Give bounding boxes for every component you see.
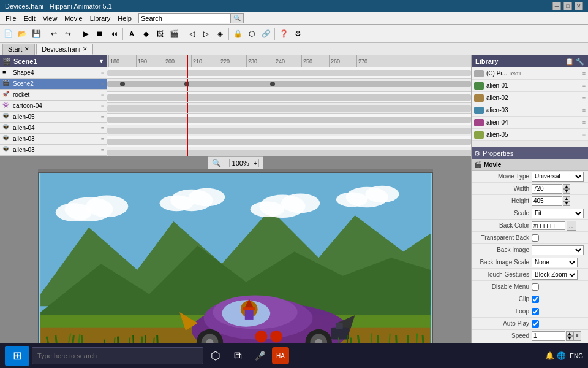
menu-help[interactable]: Help: [115, 14, 135, 23]
open-button[interactable]: 📂: [15, 27, 29, 40]
lock-button[interactable]: 🔒: [231, 27, 244, 40]
settings-button[interactable]: ⚙: [291, 27, 304, 40]
scene-item-rocket[interactable]: 🚀 rocket ≡: [0, 90, 107, 101]
rocket-menu[interactable]: ≡: [101, 92, 104, 98]
lib-item-alien03[interactable]: alien-03 ≡: [472, 104, 588, 117]
speed-input[interactable]: [532, 331, 565, 341]
disablemenu-checkbox[interactable]: [532, 283, 539, 291]
scene-item-cartoon04[interactable]: 👾 cartoon-04 ≡: [0, 101, 107, 112]
rewind-button[interactable]: ⏮: [107, 27, 121, 40]
cartoon04-menu[interactable]: ≡: [101, 103, 104, 109]
zoom-plus[interactable]: +: [252, 159, 259, 167]
taskbar-icon-widgets[interactable]: ⬡: [206, 346, 225, 366]
alien03a-menu[interactable]: ≡: [101, 136, 104, 142]
touchgestures-select[interactable]: Block Zoom Allow All None: [532, 270, 578, 280]
lib-item-alien01[interactable]: alien-01 ≡: [472, 80, 588, 92]
play-button[interactable]: ▶: [79, 27, 92, 40]
lib-item-alien02[interactable]: alien-02 ≡: [472, 92, 588, 104]
zoom-minus[interactable]: -: [224, 159, 230, 167]
lib-item-menu-3[interactable]: ≡: [582, 107, 586, 113]
scene-item-alien03b[interactable]: 👽 alien-03 ≡: [0, 145, 107, 156]
link-button[interactable]: 🔗: [259, 27, 273, 40]
backimagescale-select[interactable]: None Fit Fill: [532, 258, 578, 267]
autoplay-checkbox[interactable]: [532, 320, 539, 328]
height-input[interactable]: [532, 196, 562, 206]
stage-canvas[interactable]: [38, 172, 433, 365]
text-tool[interactable]: A: [125, 27, 138, 40]
height-up[interactable]: ▲: [563, 196, 570, 201]
scene-item-alien05[interactable]: 👽 alien-05 ≡: [0, 112, 107, 123]
backcolor-btn[interactable]: ...: [567, 221, 576, 231]
shape-tool[interactable]: ◆: [139, 27, 153, 40]
lib-item-menu-2[interactable]: ≡: [582, 95, 586, 101]
lib-icon-1[interactable]: 📋: [565, 58, 574, 66]
animation-tool[interactable]: 🎬: [167, 27, 181, 40]
lib-item-menu-5[interactable]: ≡: [582, 132, 586, 138]
search-button[interactable]: 🔍: [230, 13, 244, 23]
new-button[interactable]: 📄: [1, 27, 15, 40]
menu-edit[interactable]: Edit: [21, 14, 39, 23]
taskbar-search[interactable]: [32, 347, 203, 364]
alien04-menu[interactable]: ≡: [101, 125, 104, 131]
playhead[interactable]: [187, 55, 188, 67]
menu-library[interactable]: Library: [87, 14, 114, 23]
speed-up[interactable]: ▲: [566, 331, 573, 336]
taskbar-icon-mic[interactable]: 🎤: [250, 346, 270, 366]
scene-item-alien03a[interactable]: 👽 alien-03 ≡: [0, 134, 107, 145]
width-input[interactable]: [532, 184, 562, 194]
scene-item-shape4[interactable]: ■ Shape4 ≡: [0, 67, 107, 79]
undo-button[interactable]: ↩: [47, 27, 61, 40]
shape4-menu[interactable]: ≡: [101, 70, 104, 76]
tray-icon-2[interactable]: 🌐: [557, 351, 566, 360]
width-down[interactable]: ▼: [563, 189, 570, 194]
height-down[interactable]: ▼: [563, 201, 570, 206]
scene2-menu[interactable]: ≡: [101, 81, 104, 87]
save-button[interactable]: 💾: [29, 27, 43, 40]
menu-file[interactable]: File: [2, 14, 20, 23]
scene-options[interactable]: ▼: [99, 58, 104, 64]
scene-item-alien04[interactable]: 👽 alien-04 ≡: [0, 123, 107, 134]
scene-item-scene2[interactable]: 🎬 Scene2 ≡: [0, 79, 107, 90]
redo-button[interactable]: ↪: [61, 27, 75, 40]
transpback-checkbox[interactable]: [532, 234, 539, 242]
loop-checkbox[interactable]: [532, 308, 539, 315]
clip-checkbox[interactable]: [532, 296, 539, 303]
taskbar-icon-multitask[interactable]: ⧉: [228, 346, 247, 366]
lib-item-alien05[interactable]: alien-05 ≡: [472, 129, 588, 141]
tray-icon-1[interactable]: 🔔: [545, 351, 554, 360]
tab-devices-close[interactable]: ✕: [83, 46, 88, 52]
maximize-button[interactable]: □: [564, 2, 572, 10]
lib-item-menu-0[interactable]: ≡: [582, 71, 586, 77]
image-tool[interactable]: 🖼: [153, 27, 167, 40]
alien03b-menu[interactable]: ≡: [101, 147, 104, 153]
speed-down[interactable]: ▼: [566, 336, 573, 341]
speed-btn[interactable]: ≡: [573, 331, 581, 341]
align-center[interactable]: ◈: [213, 27, 227, 40]
lib-item-menu-4[interactable]: ≡: [582, 120, 586, 126]
width-up[interactable]: ▲: [563, 184, 570, 189]
lib-item-text1[interactable]: (C) Pi... Text1 ≡: [472, 67, 588, 80]
align-left[interactable]: ◁: [185, 27, 198, 40]
tab-devices[interactable]: Devices.hani ✕: [36, 44, 93, 55]
scale-select[interactable]: Fit Fill Stretch None: [532, 209, 584, 218]
lib-item-alien04[interactable]: alien-04 ≡: [472, 117, 588, 129]
backcolor-swatch[interactable]: #FFFFFF: [532, 221, 565, 230]
timeline-ruler[interactable]: 180 190 200 210 220 230 240 250 260 270: [107, 55, 471, 156]
minimize-button[interactable]: ─: [552, 2, 561, 10]
lib-item-menu-1[interactable]: ≡: [582, 83, 586, 89]
lib-icon-2[interactable]: 🔧: [576, 58, 584, 66]
menu-movie[interactable]: Movie: [61, 14, 85, 23]
help-button[interactable]: ❓: [277, 27, 290, 40]
align-right[interactable]: ▷: [199, 27, 213, 40]
close-button[interactable]: ✕: [575, 2, 583, 10]
alien05-menu[interactable]: ≡: [101, 114, 104, 120]
taskbar-app-hippani[interactable]: HA: [272, 347, 289, 364]
movietype-select[interactable]: Universal HTML5 Flash: [532, 172, 584, 182]
search-input[interactable]: [138, 13, 230, 23]
tab-start-close[interactable]: ✕: [24, 46, 29, 52]
backimage-select[interactable]: [532, 245, 584, 255]
start-button[interactable]: ⊞: [5, 346, 29, 366]
menu-view[interactable]: View: [40, 14, 61, 23]
stop-button[interactable]: ⏹: [93, 27, 107, 40]
tab-start[interactable]: Start ✕: [2, 44, 35, 55]
